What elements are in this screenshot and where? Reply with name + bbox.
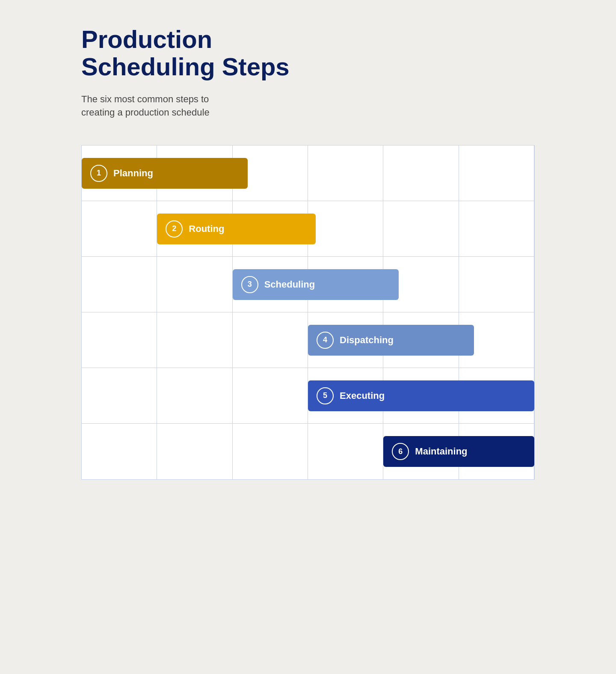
cell-1-4 bbox=[308, 145, 383, 201]
step-number-4: 4 bbox=[317, 332, 334, 349]
main-container: ProductionScheduling Steps The six most … bbox=[81, 26, 535, 480]
cell-1-6 bbox=[459, 145, 534, 201]
gantt-chart: 1 Planning 2 Routing 3 bbox=[81, 145, 535, 480]
cell-5-1 bbox=[82, 368, 157, 423]
step-number-3: 3 bbox=[241, 276, 258, 293]
cell-6-2 bbox=[157, 424, 232, 479]
cell-5-2 bbox=[157, 368, 232, 423]
cell-4-2 bbox=[157, 312, 232, 368]
cell-5-3 bbox=[233, 368, 308, 423]
cell-4-3 bbox=[233, 312, 308, 368]
step-bar-dispatching: 4 Dispatching bbox=[308, 325, 474, 356]
step-label-maintaining: Maintaining bbox=[415, 446, 467, 457]
cell-1-5 bbox=[383, 145, 459, 201]
cell-2-1 bbox=[82, 201, 157, 256]
cell-2-4 bbox=[308, 201, 383, 256]
chart-row-3: 3 Scheduling bbox=[82, 257, 534, 312]
step-bar-planning: 1 Planning bbox=[82, 158, 248, 189]
cell-3-6 bbox=[459, 257, 534, 312]
chart-row-5: 5 Executing bbox=[82, 368, 534, 424]
step-number-1: 1 bbox=[90, 165, 107, 182]
chart-row-6: 6 Maintaining bbox=[82, 424, 534, 479]
chart-row-1: 1 Planning bbox=[82, 145, 534, 201]
step-number-2: 2 bbox=[166, 220, 183, 238]
step-bar-scheduling: 3 Scheduling bbox=[233, 269, 399, 300]
step-number-6: 6 bbox=[392, 443, 409, 460]
cell-3-2 bbox=[157, 257, 232, 312]
step-label-dispatching: Dispatching bbox=[340, 335, 394, 346]
cell-2-6 bbox=[459, 201, 534, 256]
cell-4-1 bbox=[82, 312, 157, 368]
subtitle: The six most common steps tocreating a p… bbox=[81, 92, 535, 120]
cell-2-5 bbox=[383, 201, 459, 256]
step-label-routing: Routing bbox=[189, 223, 224, 235]
cell-3-1 bbox=[82, 257, 157, 312]
step-number-5: 5 bbox=[317, 387, 334, 404]
cell-6-4 bbox=[308, 424, 383, 479]
page-title: ProductionScheduling Steps bbox=[81, 26, 535, 80]
step-bar-routing: 2 Routing bbox=[157, 214, 315, 244]
step-bar-maintaining: 6 Maintaining bbox=[383, 436, 534, 467]
cell-6-1 bbox=[82, 424, 157, 479]
step-label-executing: Executing bbox=[340, 390, 385, 401]
step-label-scheduling: Scheduling bbox=[264, 279, 315, 290]
cell-6-3 bbox=[233, 424, 308, 479]
chart-row-2: 2 Routing bbox=[82, 201, 534, 257]
step-label-planning: Planning bbox=[113, 168, 153, 179]
chart-row-4: 4 Dispatching bbox=[82, 312, 534, 368]
step-bar-executing: 5 Executing bbox=[308, 380, 534, 411]
